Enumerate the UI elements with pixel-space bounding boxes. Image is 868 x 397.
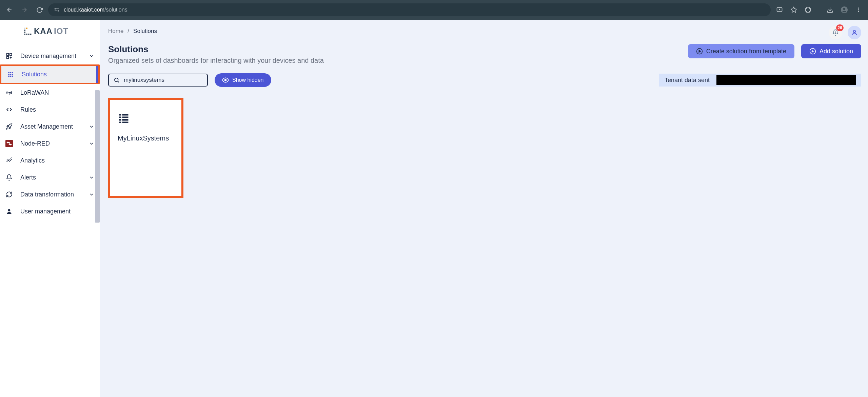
- svg-rect-35: [9, 144, 11, 145]
- nav-label: Rules: [20, 106, 36, 113]
- account-button[interactable]: [848, 26, 861, 39]
- button-label: Create solution from template: [706, 48, 786, 55]
- svg-point-11: [858, 11, 859, 12]
- svg-point-0: [55, 8, 55, 9]
- tenant-label: Tenant data sent: [665, 77, 710, 84]
- svg-rect-18: [28, 34, 29, 35]
- svg-rect-30: [10, 76, 12, 77]
- nav-lorawan[interactable]: LoRaWAN: [0, 84, 100, 101]
- button-label: Show hidden: [232, 77, 264, 83]
- create-template-button[interactable]: Create solution from template: [688, 44, 794, 58]
- page-title: Solutions: [108, 44, 324, 55]
- svg-rect-17: [26, 34, 27, 35]
- divider: [819, 6, 819, 14]
- nav-user-management[interactable]: User management: [0, 203, 100, 220]
- breadcrumb-current: Solutions: [133, 28, 157, 35]
- svg-rect-51: [122, 117, 129, 118]
- show-hidden-button[interactable]: Show hidden: [215, 73, 271, 87]
- svg-point-9: [858, 7, 859, 8]
- nav-device-management[interactable]: Device management: [0, 48, 100, 64]
- svg-point-8: [843, 8, 845, 10]
- nav-nodered[interactable]: Node-RED: [0, 135, 100, 152]
- nav-label: Solutions: [22, 71, 47, 78]
- apps-icon: [7, 71, 14, 78]
- nav-label: Node-RED: [20, 140, 50, 147]
- svg-marker-5: [791, 7, 797, 13]
- svg-rect-55: [122, 122, 129, 124]
- chevron-down-icon: [89, 53, 94, 59]
- svg-rect-31: [12, 76, 13, 77]
- svg-rect-15: [24, 32, 26, 33]
- url-bar[interactable]: cloud.kaaiot.com/solutions: [48, 3, 771, 16]
- code-icon: [5, 106, 13, 113]
- nav-analytics[interactable]: Analytics: [0, 152, 100, 169]
- button-label: Add solution: [820, 48, 853, 55]
- svg-line-46: [118, 81, 119, 82]
- svg-rect-20: [7, 54, 9, 56]
- svg-rect-22: [7, 57, 9, 59]
- nav-label: Asset Management: [20, 123, 73, 130]
- breadcrumb-sep: /: [127, 28, 129, 35]
- back-button[interactable]: [3, 4, 16, 16]
- svg-rect-48: [119, 114, 121, 116]
- search-input[interactable]: [124, 77, 202, 83]
- svg-rect-53: [122, 119, 129, 121]
- svg-rect-12: [24, 28, 26, 29]
- svg-rect-26: [8, 74, 9, 75]
- eye-icon: [222, 77, 229, 83]
- logo[interactable]: KaaIOT: [0, 20, 100, 47]
- nav-label: Analytics: [20, 157, 45, 164]
- svg-rect-50: [119, 117, 121, 118]
- svg-rect-25: [12, 72, 13, 73]
- nav: Device management Solutions LoRaWAN: [0, 47, 100, 397]
- nav-label: Data transformation: [20, 191, 74, 198]
- logo-brand-a: Kaa: [34, 26, 53, 36]
- grid-plus-icon: [5, 52, 13, 60]
- nav-solutions[interactable]: Solutions: [0, 64, 100, 84]
- svg-point-10: [858, 10, 859, 11]
- nav-alerts[interactable]: Alerts: [0, 169, 100, 186]
- nodered-icon: [5, 140, 13, 147]
- nav-asset-management[interactable]: Asset Management: [0, 118, 100, 135]
- rocket-icon: [5, 123, 13, 130]
- logo-icon: [23, 26, 33, 36]
- search-box[interactable]: [108, 74, 208, 87]
- profile-icon[interactable]: [838, 4, 850, 16]
- nav-rules[interactable]: Rules: [0, 101, 100, 118]
- tenant-data-bar: [716, 75, 856, 85]
- svg-point-2: [58, 11, 58, 11]
- forward-button[interactable]: [18, 4, 31, 16]
- svg-point-45: [115, 78, 118, 82]
- card-title: MyLinuxSystems: [118, 134, 177, 142]
- svg-rect-52: [119, 119, 121, 121]
- svg-rect-29: [8, 76, 9, 77]
- refresh-icon: [5, 191, 13, 198]
- svg-rect-49: [122, 114, 129, 116]
- search-icon: [114, 77, 120, 83]
- solution-card[interactable]: MyLinuxSystems: [108, 98, 183, 198]
- kebab-menu-icon[interactable]: [852, 4, 865, 16]
- install-app-icon[interactable]: [773, 4, 786, 16]
- add-solution-button[interactable]: Add solution: [801, 44, 861, 58]
- nav-label: Alerts: [20, 174, 36, 181]
- site-settings-icon[interactable]: [54, 7, 60, 13]
- list-icon: [118, 112, 177, 124]
- svg-rect-27: [10, 74, 12, 75]
- nav-label: User management: [20, 208, 71, 215]
- solutions-cards: MyLinuxSystems: [108, 98, 861, 198]
- chart-icon: [5, 157, 13, 164]
- svg-rect-13: [26, 28, 27, 29]
- bookmark-star-icon[interactable]: [788, 4, 800, 16]
- extensions-icon[interactable]: [802, 4, 814, 16]
- play-circle-icon: [696, 48, 703, 55]
- download-icon[interactable]: [824, 4, 836, 16]
- breadcrumb-home[interactable]: Home: [108, 28, 123, 35]
- nav-label: LoRaWAN: [20, 89, 49, 96]
- antenna-icon: [5, 89, 13, 96]
- notifications-button[interactable]: 26: [829, 26, 842, 39]
- svg-marker-41: [699, 50, 701, 53]
- chevron-down-icon: [89, 175, 94, 180]
- nav-data-transformation[interactable]: Data transformation: [0, 186, 100, 203]
- reload-button[interactable]: [33, 4, 45, 16]
- svg-rect-21: [10, 54, 12, 56]
